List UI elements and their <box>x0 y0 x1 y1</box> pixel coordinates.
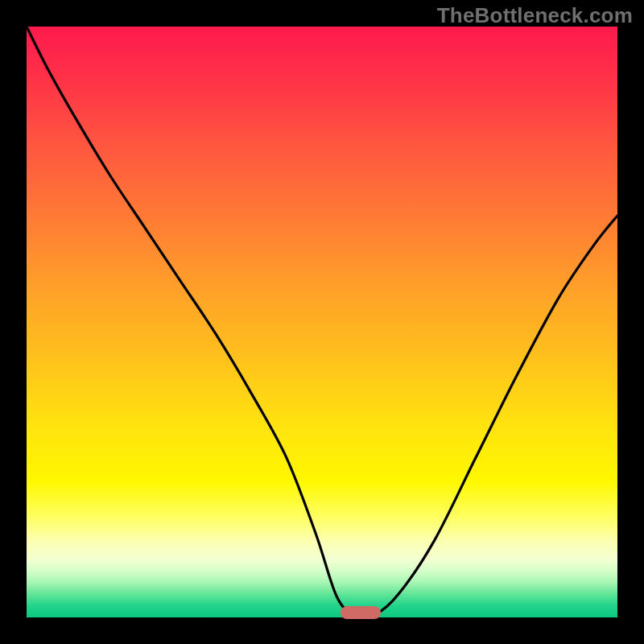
optimal-marker <box>341 606 381 619</box>
bottleneck-curve <box>27 27 617 617</box>
chart-frame: TheBottleneck.com <box>0 0 644 644</box>
plot-area <box>27 27 617 617</box>
watermark-text: TheBottleneck.com <box>437 3 633 28</box>
